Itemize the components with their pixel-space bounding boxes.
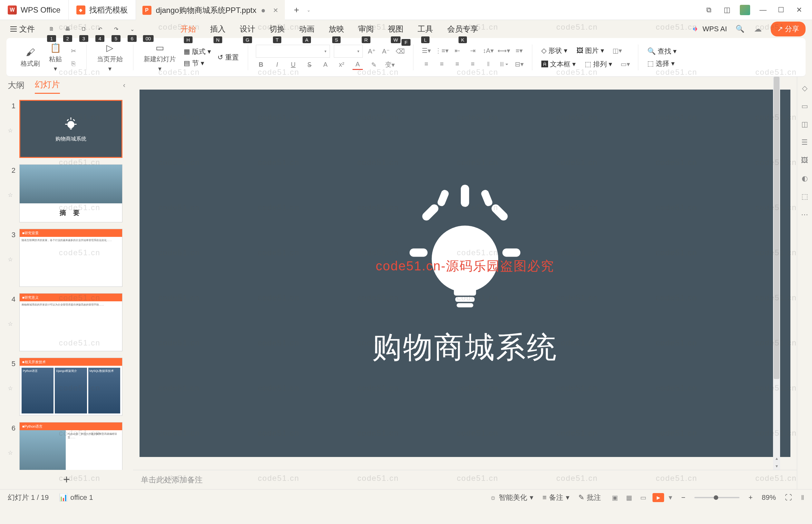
text-dir-icon[interactable]: ↕A▾ [483,46,493,56]
qat-print-icon[interactable]: 🖶2 [63,24,73,34]
shadow-icon[interactable]: A [320,60,331,70]
char-spacing-icon[interactable]: ⟷▾ [498,46,509,56]
arrange-button[interactable]: ⬚ 排列 ▾ [583,60,614,69]
indent-inc-icon[interactable]: ⇥ [467,46,478,56]
fill-icon[interactable]: ▭▾ [620,59,630,69]
line-spacing-icon[interactable]: ≡▾ [514,46,524,56]
maximize-icon[interactable]: ☐ [776,5,786,15]
minimize-icon[interactable]: — [758,5,768,15]
thumb-img-2[interactable]: 摘 要 [19,164,122,223]
expand-icon[interactable]: ⫴ [801,493,804,502]
layout-button[interactable]: ▦版式 ▾ [182,47,212,56]
star-icon[interactable]: ☆ [8,111,15,134]
styles-icon[interactable]: ◫▾ [612,46,622,56]
font-color-icon[interactable]: A [352,60,363,70]
qat-save-icon[interactable]: 🗎1 [46,24,57,34]
rs-btn-4[interactable]: ☰ [799,137,810,148]
strike-icon[interactable]: S̶ [304,60,314,70]
rs-btn-5[interactable]: 🖼 [799,155,810,166]
close-window-icon[interactable]: ✕ [794,5,804,15]
wps-ai-button[interactable]: WPS AI [692,25,727,33]
slide-position[interactable]: 幻灯片 1 / 19 [8,493,49,503]
distribute-icon[interactable]: ⫴ [483,59,493,69]
qat-more-icon[interactable]: ⌄6 [127,24,137,34]
tab-member[interactable]: 会员专享K [441,22,485,36]
qat-redo-icon[interactable]: ↷5 [111,24,121,34]
thumb-img-3[interactable]: ■ 研究背景 随着互联网技术的发展，各个行业的越来越多的企业开始将管理系统信息化… [19,229,122,287]
file-menu[interactable]: 文件 F [6,24,39,34]
star-icon[interactable]: ☆ [8,304,15,327]
app-tab-wps[interactable]: WPS Office [0,0,69,20]
new-slide-button[interactable]: ▭新建幻灯片 ▾ [141,42,179,72]
office-status[interactable]: 📊 office 1 [59,493,93,502]
rs-btn-2[interactable]: ▭ [799,101,810,112]
reading-view-icon[interactable]: ▭ [638,493,648,503]
slide-title[interactable]: 购物商城系统 [372,327,558,367]
vert-align-icon[interactable]: ⊟▾ [514,59,524,69]
new-tab-button[interactable]: + [290,3,303,16]
thumb-img-6[interactable]: ■ Python语言 Python是一种面向对象的解释型高级编程语言…… [19,422,122,470]
thumb-img-5[interactable]: ■ 相关开发技术 Python语言 Django框架简介 MySQL数据库技术 [19,358,122,416]
file-tab-current[interactable]: P django购物商城系统PPT.pptx ● ✕ [136,0,285,20]
numbering-icon[interactable]: ⋮≡▾ [436,46,447,56]
paste-button[interactable]: 📋粘贴 ▾ [46,42,64,72]
superscript-icon[interactable]: x² [336,60,347,70]
zoom-in-icon[interactable]: + [748,493,753,502]
cloud-icon[interactable]: ☁ [753,24,763,34]
font-grow-icon[interactable]: A⁺ [367,46,377,56]
rs-btn-8[interactable]: ⋯ [799,210,810,220]
qat-preview-icon[interactable]: 🗋3 [79,24,89,34]
slides-tab[interactable]: 幻灯片 [35,79,60,94]
clear-format-icon[interactable]: ⌫ [395,46,405,56]
scroll-down-icon[interactable]: ▾ [773,462,780,470]
qat-undo-icon[interactable]: ↶4 [95,24,105,34]
sorter-view-icon[interactable]: ▦ [624,493,634,503]
font-shrink-icon[interactable]: A⁻ [381,46,391,56]
tab-tools[interactable]: 工具L [411,22,440,36]
outline-tab[interactable]: 大纲 [8,80,24,94]
image-button[interactable]: 🖼 图片 ▾ [575,46,606,55]
notes-input[interactable]: 单击此处添加备注 [133,470,797,489]
tab-review[interactable]: 审阅R [352,22,380,36]
normal-view-icon[interactable]: ▣ [610,493,620,503]
thumb-img-1[interactable]: 购物商城系统 [19,100,122,158]
star-icon[interactable]: ☆ [8,175,15,198]
rs-btn-3[interactable]: ◫ [799,119,810,130]
copy-icon[interactable]: ⎘ [68,59,79,69]
bullets-icon[interactable]: ☰▾ [421,46,431,56]
tab-animation[interactable]: 动画A [293,22,321,36]
select-button[interactable]: ⬚ 选择 ▾ [646,59,678,68]
thumb-img-4[interactable]: ■ 研究意义 购物商城系统的开发设计可以为企业管理者提供便捷高效的管理手段…… [19,293,122,351]
scroll-up-icon[interactable]: ▴ [773,454,780,462]
tab-dropdown-icon[interactable]: ⌄ [305,6,313,14]
tab-insert[interactable]: 插入N [204,22,232,36]
thumb-2[interactable]: 2☆ 摘 要 [8,164,125,223]
align-left-icon[interactable]: ≡ [421,59,431,69]
vertical-scrollbar[interactable]: ▴ ▾ [773,77,780,470]
notes-toggle[interactable]: ≡ 备注 ▾ [542,493,569,503]
beautify-button[interactable]: ☼ 智能美化 ▾ [490,493,533,503]
shape-button[interactable]: ◇ 形状 ▾ [540,46,569,55]
from-current-button[interactable]: ▷当页开始 ▾ [95,42,125,72]
highlight-icon[interactable]: ✎ [369,60,379,70]
app-tab-templates[interactable]: ◆ 找稻壳模板 [69,0,136,20]
tab-view[interactable]: 视图W [382,22,410,36]
align-justify-icon[interactable]: ≡ [467,59,478,69]
indent-dec-icon[interactable]: ⇤ [452,46,462,56]
rs-btn-1[interactable]: ◇ [799,83,810,94]
close-tab-icon[interactable]: ✕ [272,7,278,13]
align-right-icon[interactable]: ≡ [452,59,462,69]
rs-btn-7[interactable]: ⬚ [799,192,810,202]
comments-toggle[interactable]: ✎ 批注 [578,493,601,503]
thumb-6[interactable]: 6☆ ■ Python语言 Python是一种面向对象的解释型高级编程语言…… [8,422,125,470]
italic-icon[interactable]: I [272,60,282,70]
columns-icon[interactable]: ⫼▾ [498,59,509,69]
rs-btn-6[interactable]: ◐ [799,174,810,184]
zoom-out-icon[interactable]: − [681,493,685,502]
thumb-5[interactable]: 5☆ ■ 相关开发技术 Python语言 Django框架简介 MySQL数据库… [8,358,125,416]
font-size-select[interactable]: ▾ [334,45,363,58]
cube-icon[interactable]: ◫ [722,5,732,15]
star-icon[interactable]: ☆ [8,240,15,263]
align-center-icon[interactable]: ≡ [436,59,447,69]
cut-icon[interactable]: ✂ [68,46,79,56]
